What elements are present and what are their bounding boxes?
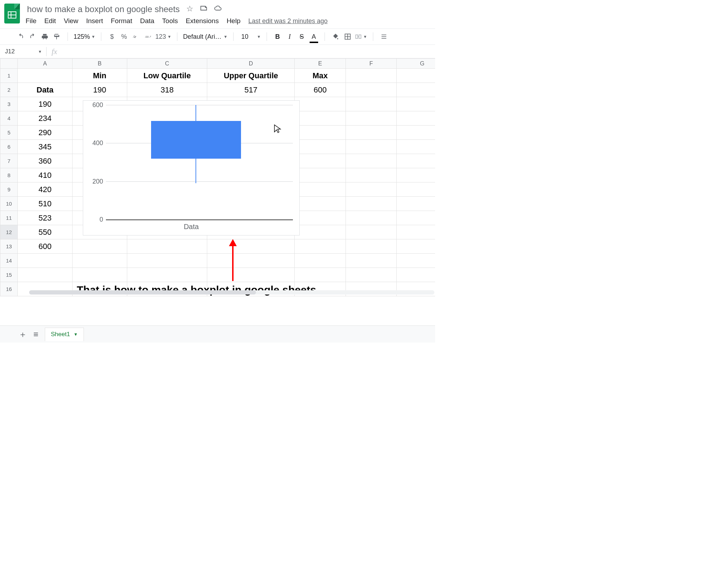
cell[interactable] xyxy=(397,69,435,83)
cell[interactable] xyxy=(72,254,127,268)
col-header-C[interactable]: C xyxy=(127,59,207,69)
cell[interactable] xyxy=(397,254,435,268)
row-header[interactable]: 15 xyxy=(0,268,18,282)
formula-bar[interactable] xyxy=(62,45,435,58)
row-header[interactable]: 10 xyxy=(0,197,18,211)
cell[interactable]: 410 xyxy=(18,168,73,182)
cell[interactable] xyxy=(207,239,295,254)
col-header-D[interactable]: D xyxy=(207,59,295,69)
cell[interactable] xyxy=(295,225,346,239)
cell[interactable] xyxy=(346,69,397,83)
cell[interactable] xyxy=(346,182,397,197)
zoom-select[interactable]: 125%▼ xyxy=(74,32,95,42)
font-family-select[interactable]: Default (Ari…▼ xyxy=(183,32,228,42)
cell[interactable] xyxy=(397,268,435,282)
cell[interactable] xyxy=(346,154,397,168)
cell[interactable]: 234 xyxy=(18,111,73,126)
cell[interactable] xyxy=(346,168,397,182)
cell[interactable] xyxy=(397,197,435,211)
horizontal-scrollbar[interactable] xyxy=(29,290,434,295)
text-color-button[interactable]: A xyxy=(309,32,319,42)
row-header[interactable]: 12 xyxy=(0,225,18,239)
cell[interactable]: Max xyxy=(295,69,346,83)
cell[interactable] xyxy=(397,126,435,140)
increase-decimal-button[interactable]: .00 xyxy=(143,32,153,42)
row-header[interactable]: 11 xyxy=(0,211,18,225)
menu-extensions[interactable]: Extensions xyxy=(186,17,219,25)
add-sheet-button[interactable]: ＋ xyxy=(18,329,27,340)
cell[interactable] xyxy=(295,211,346,225)
chevron-down-icon[interactable]: ▼ xyxy=(74,332,78,337)
cell[interactable]: 550 xyxy=(18,225,73,239)
menu-help[interactable]: Help xyxy=(226,17,240,25)
menu-view[interactable]: View xyxy=(64,17,78,25)
fill-color-button[interactable] xyxy=(331,32,341,42)
row-header[interactable]: 5 xyxy=(0,126,18,140)
cell[interactable] xyxy=(18,69,73,83)
col-header-B[interactable]: B xyxy=(72,59,127,69)
cell[interactable] xyxy=(397,83,435,97)
horizontal-align-button[interactable] xyxy=(379,32,389,42)
cell[interactable] xyxy=(397,97,435,111)
col-header-A[interactable]: A xyxy=(18,59,73,69)
cell[interactable]: 600 xyxy=(18,239,73,254)
cell[interactable] xyxy=(295,126,346,140)
row-header[interactable]: 14 xyxy=(0,254,18,268)
cell[interactable] xyxy=(346,239,397,254)
row-header[interactable]: 4 xyxy=(0,111,18,126)
cell[interactable] xyxy=(397,140,435,154)
row-header[interactable]: 13 xyxy=(0,239,18,254)
cell[interactable] xyxy=(295,140,346,154)
cell[interactable] xyxy=(18,254,73,268)
font-size-select[interactable]: 10▼ xyxy=(239,32,261,42)
menu-edit[interactable]: Edit xyxy=(44,17,56,25)
star-icon[interactable]: ☆ xyxy=(186,4,193,14)
cell[interactable] xyxy=(397,111,435,126)
row-header[interactable]: 16 xyxy=(0,282,18,296)
cell[interactable]: 345 xyxy=(18,140,73,154)
all-sheets-button[interactable]: ≡ xyxy=(33,329,38,339)
cell[interactable] xyxy=(207,254,295,268)
cell[interactable] xyxy=(397,211,435,225)
cell[interactable]: 510 xyxy=(18,197,73,211)
row-header[interactable]: 6 xyxy=(0,140,18,154)
cell[interactable] xyxy=(295,97,346,111)
undo-button[interactable] xyxy=(16,32,26,42)
move-icon[interactable] xyxy=(200,4,208,14)
strikethrough-button[interactable]: S xyxy=(297,32,307,42)
cell[interactable] xyxy=(397,154,435,168)
cell[interactable]: Min xyxy=(72,69,127,83)
cell[interactable] xyxy=(127,268,207,282)
menu-data[interactable]: Data xyxy=(140,17,154,25)
format-currency-button[interactable]: $ xyxy=(107,32,117,42)
cell[interactable] xyxy=(127,239,207,254)
last-edit-link[interactable]: Last edit was 2 minutes ago xyxy=(248,17,327,25)
paint-format-button[interactable] xyxy=(52,32,62,42)
cell[interactable] xyxy=(295,111,346,126)
cell[interactable]: 420 xyxy=(18,182,73,197)
col-header-F[interactable]: F xyxy=(346,59,397,69)
spreadsheet-grid[interactable]: A B C D E F G 1 Min Low Quartile Upper Q… xyxy=(0,58,435,314)
cell[interactable] xyxy=(72,239,127,254)
cell[interactable] xyxy=(127,254,207,268)
row-header[interactable]: 3 xyxy=(0,97,18,111)
cloud-status-icon[interactable] xyxy=(214,4,222,14)
cell[interactable] xyxy=(295,254,346,268)
print-button[interactable] xyxy=(40,32,50,42)
bold-button[interactable]: B xyxy=(273,32,283,42)
cell[interactable] xyxy=(295,182,346,197)
cell[interactable] xyxy=(295,197,346,211)
cell[interactable] xyxy=(346,140,397,154)
cell[interactable] xyxy=(346,268,397,282)
more-formats-button[interactable]: 123▼ xyxy=(155,32,171,42)
cell[interactable]: 360 xyxy=(18,154,73,168)
row-header[interactable]: 8 xyxy=(0,168,18,182)
cell[interactable]: 290 xyxy=(18,126,73,140)
row-header[interactable]: 2 xyxy=(0,83,18,97)
borders-button[interactable] xyxy=(343,32,353,42)
cell[interactable] xyxy=(397,239,435,254)
cell[interactable]: Upper Quartile xyxy=(207,69,295,83)
select-all-corner[interactable] xyxy=(0,59,18,69)
merge-cells-button[interactable]: ▼ xyxy=(355,32,367,42)
format-percent-button[interactable]: % xyxy=(119,32,129,42)
